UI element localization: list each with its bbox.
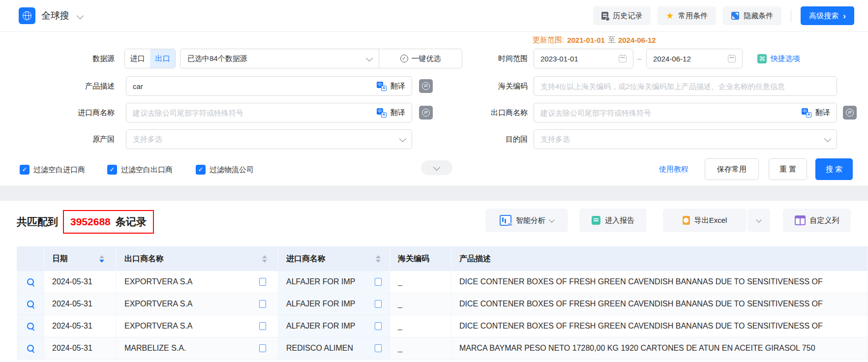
header-hs-code: 海关编码 — [390, 246, 451, 271]
quick-options-link[interactable]: ⌘ 快捷选项 — [757, 49, 800, 68]
row-detail-cell[interactable] — [17, 337, 44, 359]
enter-report-button[interactable]: 进入报告 — [579, 209, 647, 232]
globe-icon — [23, 11, 31, 20]
swap-language-button[interactable]: ⇄ — [843, 106, 857, 120]
tab-export[interactable]: 出口 — [150, 49, 175, 68]
date-cell: 2024-05-31 — [44, 293, 117, 315]
checkbox-checked-icon: ✓ — [107, 165, 117, 175]
checkbox-checked-icon: ✓ — [20, 165, 30, 175]
divider — [791, 9, 791, 22]
smart-analysis-button[interactable]: BI 智能分析 — [485, 209, 568, 232]
hs-code-field — [534, 76, 837, 96]
translate-button[interactable]: 翻译 — [390, 82, 405, 91]
count-highlight-box: 3952688 条记录 — [63, 210, 154, 234]
copy-icon[interactable] — [259, 278, 266, 286]
date-cell: 2024-05-31 — [44, 271, 117, 293]
trade-direction-tabs: 进口 出口 — [124, 49, 176, 68]
checkbox-checked-icon: ✓ — [196, 165, 206, 175]
hs-code-label: 海关编码 — [452, 76, 528, 96]
app-title: 全球搜 — [41, 9, 69, 22]
top-bar: 全球搜 历史记录 ★ 常用条件 隐藏条件 高级搜索 › — [0, 0, 868, 32]
header-exporter[interactable]: 出口商名称 — [117, 246, 278, 271]
swap-icon: ⇄ — [422, 82, 430, 90]
sort-control[interactable] — [376, 255, 381, 263]
table-row: 2024-05-31 EXPORTVERA S.A ALFAJER FOR IM… — [17, 293, 868, 315]
row-detail-cell[interactable] — [17, 271, 44, 293]
chevron-right-icon: › — [843, 12, 846, 20]
translate-button[interactable]: 翻译 — [390, 108, 405, 118]
match-count: 3952688 — [70, 216, 111, 228]
copy-icon[interactable] — [375, 278, 382, 286]
copy-icon[interactable] — [375, 344, 382, 352]
advanced-search-button[interactable]: 高级搜索 › — [801, 6, 854, 25]
one-click-optimize-button[interactable]: ✓ 一键优选 — [379, 49, 462, 68]
importer-input[interactable] — [133, 109, 373, 117]
copy-icon[interactable] — [259, 322, 266, 330]
row-detail-cell[interactable] — [17, 315, 44, 337]
filter-blank-importer-checkbox[interactable]: ✓ 过滤空白进口商 — [20, 163, 85, 176]
tutorial-link[interactable]: 使用教程 — [659, 158, 688, 180]
table-row: 2024-05-31 MARBELIZE S.A. REDISCO ALIMEN… — [17, 337, 868, 360]
data-source-dropdown[interactable]: 已选中84个数据源 — [180, 49, 379, 68]
favorites-button[interactable]: ★ 常用条件 — [658, 6, 716, 25]
hs-code-cell: _ — [390, 337, 451, 359]
swap-language-button[interactable]: ⇄ — [419, 106, 433, 120]
export-excel-dropdown-button[interactable] — [748, 209, 770, 232]
header-date[interactable]: 日期 — [44, 246, 117, 271]
chevron-down-icon[interactable] — [77, 12, 84, 19]
description-cell: MARCA BAYMAR PESO NETO 17280,00 KG 1920 … — [451, 337, 868, 359]
end-date-input[interactable]: 2024-06-12 — [646, 49, 743, 68]
exporter-cell: EXPORTVERA S.A — [117, 293, 278, 315]
exporter-cell: EXPORTVERA S.A — [117, 271, 278, 293]
importer-field: 中 A 翻译 — [126, 103, 412, 122]
reset-button[interactable]: 重 置 — [769, 158, 807, 180]
export-excel-button[interactable]: → 导出Excel — [663, 209, 747, 232]
export-icon: → — [683, 216, 690, 225]
header-description: 产品描述 — [451, 246, 868, 271]
origin-label: 原产国 — [39, 129, 115, 149]
exporter-field: 中 A 翻译 — [534, 103, 837, 122]
tab-import[interactable]: 进口 — [125, 49, 150, 68]
product-desc-label: 产品描述 — [39, 76, 115, 96]
exporter-cell: EXPORTVERA S.A — [117, 315, 278, 337]
header-importer[interactable]: 进口商名称 — [278, 246, 390, 271]
swap-language-button[interactable]: ⇄ — [419, 79, 433, 93]
product-desc-field: 中 A 翻译 — [126, 76, 412, 96]
sort-control[interactable] — [99, 255, 104, 263]
chevron-down-icon — [549, 217, 554, 222]
save-favorite-button[interactable]: 保存常用 — [705, 158, 759, 180]
filter-logistics-checkbox[interactable]: ✓ 过滤物流公司 — [196, 163, 254, 176]
magnifier-icon — [27, 323, 34, 330]
exporter-input[interactable] — [540, 109, 798, 117]
copy-icon[interactable] — [375, 300, 382, 308]
columns-icon — [795, 215, 806, 225]
origin-select[interactable]: 支持多选 — [126, 129, 412, 149]
search-button[interactable]: 搜 索 — [815, 158, 853, 180]
topbar-actions: 历史记录 ★ 常用条件 隐藏条件 高级搜索 › — [593, 6, 854, 25]
result-summary: 共匹配到 3952688 条记录 — [17, 209, 154, 235]
bi-chart-icon: BI — [500, 215, 511, 226]
copy-icon[interactable] — [259, 300, 266, 308]
calendar-icon — [728, 55, 736, 62]
calendar-icon — [619, 55, 627, 62]
hs-code-input[interactable] — [540, 82, 830, 90]
translate-icon: 中 A — [377, 108, 387, 118]
custom-columns-button[interactable]: 自定义列 — [783, 209, 851, 232]
collapse-form-button[interactable] — [421, 160, 452, 175]
header-search-col — [17, 246, 44, 271]
destination-label: 目的国 — [452, 129, 528, 149]
sort-control[interactable] — [262, 255, 267, 263]
copy-icon[interactable] — [375, 322, 382, 330]
product-desc-input[interactable] — [133, 82, 373, 90]
importer-cell: ALFAJER FOR IMP — [278, 271, 390, 293]
hs-code-cell: _ — [390, 315, 451, 337]
hide-conditions-button[interactable]: 隐藏条件 — [723, 6, 781, 25]
history-button[interactable]: 历史记录 — [593, 6, 651, 25]
translate-icon: 中 A — [802, 108, 811, 118]
copy-icon[interactable] — [259, 344, 266, 352]
destination-select[interactable]: 支持多选 — [534, 129, 837, 149]
row-detail-cell[interactable] — [17, 293, 44, 315]
start-date-input[interactable]: 2023-01-01 — [534, 49, 633, 68]
translate-button[interactable]: 翻译 — [815, 108, 830, 118]
filter-blank-exporter-checkbox[interactable]: ✓ 过滤空白出口商 — [107, 163, 173, 176]
